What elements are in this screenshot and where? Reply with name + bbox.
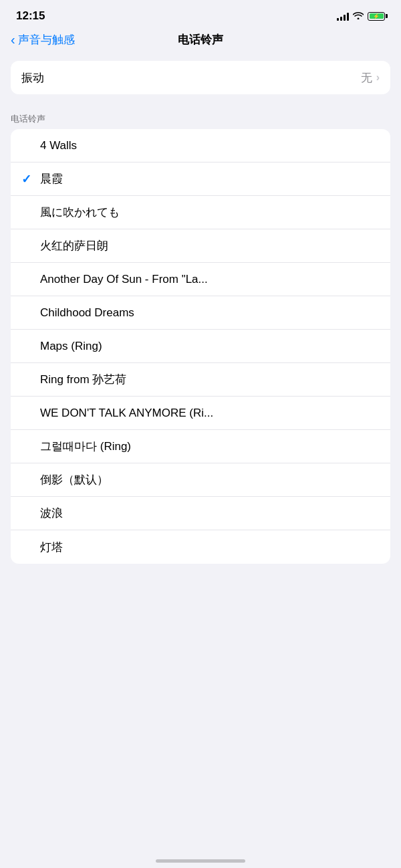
home-indicator xyxy=(156,859,245,863)
list-item[interactable]: Childhood Dreams xyxy=(11,296,390,330)
list-item[interactable]: 風に吹かれても xyxy=(11,196,390,229)
status-time: 12:15 xyxy=(16,9,45,23)
ringtone-section-header: 电话铃声 xyxy=(0,108,401,129)
list-item[interactable]: 4 Walls xyxy=(11,129,390,162)
ringtone-name: Another Day Of Sun - From "La... xyxy=(40,273,380,286)
checkmark-icon: ✓ xyxy=(21,172,40,187)
nav-bar: ‹ 声音与触感 电话铃声 xyxy=(0,27,401,56)
vibration-card: 振动 无 › xyxy=(11,61,390,94)
list-item[interactable]: 火红的萨日朗 xyxy=(11,229,390,263)
ringtone-name: 火红的萨日朗 xyxy=(40,238,380,253)
vibration-value-text: 无 xyxy=(361,70,372,86)
vibration-section: 振动 无 › xyxy=(11,61,390,94)
ringtone-name: 風に吹かれても xyxy=(40,205,380,220)
status-icons: ⚡ xyxy=(337,11,385,21)
ringtone-name: WE DON'T TALK ANYMORE (Ri... xyxy=(40,407,380,420)
status-bar: 12:15 ⚡ xyxy=(0,0,401,27)
chevron-right-icon: › xyxy=(376,72,380,84)
ringtone-name: 그럴때마다 (Ring) xyxy=(40,439,380,454)
list-item[interactable]: 波浪 xyxy=(11,497,390,530)
vibration-row[interactable]: 振动 无 › xyxy=(11,61,390,94)
list-item[interactable]: 倒影（默认） xyxy=(11,463,390,497)
back-label: 声音与触感 xyxy=(18,32,75,47)
battery-icon: ⚡ xyxy=(368,12,385,21)
list-item[interactable]: 그럴때마다 (Ring) xyxy=(11,430,390,463)
list-item[interactable]: Maps (Ring) xyxy=(11,330,390,363)
list-item[interactable]: 灯塔 xyxy=(11,530,390,564)
list-item[interactable]: Another Day Of Sun - From "La... xyxy=(11,263,390,296)
ringtone-name: 灯塔 xyxy=(40,540,380,555)
ringtone-name: 4 Walls xyxy=(40,139,380,152)
ringtone-name: Maps (Ring) xyxy=(40,340,380,353)
ringtone-name: Ring from 孙艺荷 xyxy=(40,372,380,387)
ringtone-list: 4 Walls✓晨霞風に吹かれても火红的萨日朗Another Day Of Su… xyxy=(11,129,390,564)
list-item[interactable]: WE DON'T TALK ANYMORE (Ri... xyxy=(11,397,390,430)
bottom-spacer xyxy=(0,564,401,590)
chevron-left-icon: ‹ xyxy=(11,33,15,46)
signal-icon xyxy=(337,11,349,21)
list-item[interactable]: ✓晨霞 xyxy=(11,162,390,196)
ringtone-name: 倒影（默认） xyxy=(40,472,380,487)
wifi-icon xyxy=(353,11,364,21)
page-title: 电话铃声 xyxy=(178,32,223,47)
vibration-label: 振动 xyxy=(21,70,44,86)
section-gap xyxy=(0,94,401,108)
list-item[interactable]: Ring from 孙艺荷 xyxy=(11,363,390,397)
ringtone-name: Childhood Dreams xyxy=(40,306,380,320)
back-button[interactable]: ‹ 声音与触感 xyxy=(11,32,75,47)
ringtone-name: 波浪 xyxy=(40,506,380,521)
vibration-value: 无 › xyxy=(361,70,380,86)
ringtone-name: 晨霞 xyxy=(40,171,380,187)
